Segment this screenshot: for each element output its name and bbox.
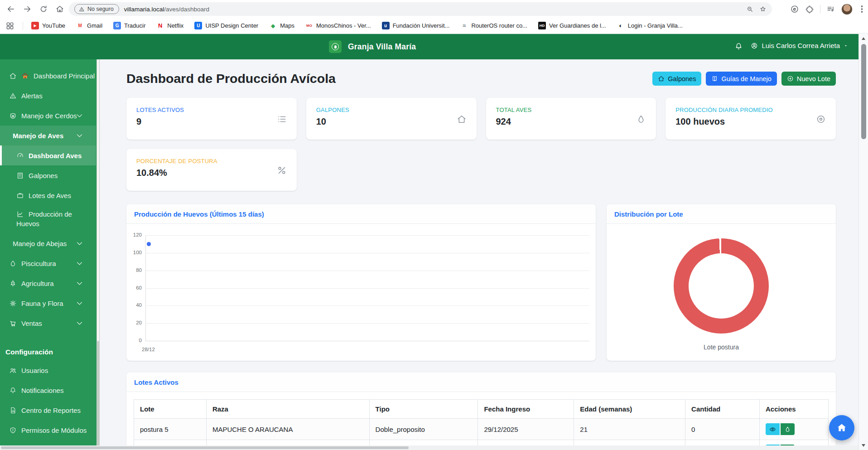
extensions-icon[interactable] <box>805 5 814 14</box>
stat-value: 10.84% <box>136 168 287 178</box>
bookmark-netflix[interactable]: NNetflix <box>156 22 183 29</box>
chevron-down-icon <box>76 280 83 287</box>
netflix-favicon: N <box>156 22 164 29</box>
brand[interactable]: Granja Villa María <box>329 40 416 53</box>
browser-profile-avatar[interactable] <box>841 4 853 15</box>
sidebar-item-galpones[interactable]: Galpones <box>0 165 96 185</box>
sidebar-item-alertas[interactable]: Alertas <box>0 86 96 106</box>
stat-card-porcentaje-postura: PORCENTAJE DE POSTURA 10.84% <box>126 149 297 191</box>
horizontal-scrollbar-thumb[interactable] <box>1 446 409 449</box>
bookmark-routeros[interactable]: ≈RouterOS router co... <box>460 22 527 29</box>
sidebar-scrollbar-thumb[interactable] <box>97 59 99 341</box>
sidebar-item-usuarios[interactable]: Usuarios <box>0 360 96 380</box>
report-file-icon <box>9 406 17 414</box>
gmail-favicon: M <box>76 22 84 29</box>
hd-favicon: HD <box>538 22 546 29</box>
stat-card-lotes-activos: LOTES ACTIVOS 9 <box>126 98 297 140</box>
column-header: Edad (semanas) <box>574 400 685 419</box>
bookmark-maps[interactable]: ◆Maps <box>269 22 294 29</box>
scroll-up-icon[interactable] <box>862 37 865 40</box>
bookmark-gmail[interactable]: MGmail <box>76 22 102 29</box>
notifications-bell-icon[interactable] <box>734 42 743 51</box>
apps-grid-icon[interactable] <box>5 21 14 30</box>
site-security-chip[interactable]: No seguro <box>74 4 119 14</box>
media-panel-icon[interactable] <box>826 5 835 14</box>
bookmark-guardianes[interactable]: HDVer Guardianes de l... <box>538 22 606 29</box>
nuevo-lote-button[interactable]: Nuevo Lote <box>781 72 836 86</box>
bookmark-star-icon[interactable] <box>759 5 767 13</box>
guias-manejo-button[interactable]: Guías de Manejo <box>706 72 776 86</box>
line-chart-icon <box>16 210 24 218</box>
sidebar-item-permisos-modulos[interactable]: Permisos de Módulos <box>0 420 96 440</box>
chevron-down-icon <box>76 260 83 267</box>
data-point[interactable] <box>147 242 151 246</box>
sidebar-item-piscicultura[interactable]: Piscicultura <box>0 253 96 273</box>
egg-record-button[interactable] <box>781 423 795 435</box>
url-text: villamaria.local/aves/dashboard <box>124 6 209 13</box>
sidebar-item-produccion-huevos[interactable]: Producción de Huevos <box>0 205 96 233</box>
y-tick-label: 120 <box>126 232 142 237</box>
alert-triangle-icon <box>9 92 17 100</box>
y-tick-label: 60 <box>126 285 142 290</box>
sidebar-item-centro-reportes[interactable]: Centro de Reportes <box>0 400 96 420</box>
page-title: Dashboard de Producción Avícola <box>126 71 336 86</box>
gridline <box>145 253 589 253</box>
bell-icon <box>9 387 17 394</box>
user-menu[interactable]: Luis Carlos Correa Arrieta <box>751 42 848 49</box>
sidebar-item-manejo-aves[interactable]: Manejo de Aves <box>0 126 96 145</box>
doughnut-chart: Lote postura <box>607 224 836 360</box>
column-header: Lote <box>134 400 207 419</box>
sidebar-item-dashboard-aves[interactable]: Dashboard Aves <box>0 145 96 165</box>
sidebar-item-notificaciones[interactable]: Notificaciones <box>0 380 96 400</box>
y-tick-label: 20 <box>126 320 142 325</box>
bookmark-fundacion[interactable]: uFundación Universit... <box>382 22 450 29</box>
address-bar[interactable]: No seguro villamaria.local/aves/dashboar… <box>69 2 772 16</box>
forward-button[interactable] <box>23 5 32 14</box>
home-icon <box>836 422 847 433</box>
home-fab-button[interactable] <box>829 415 854 440</box>
bookmark-uisp[interactable]: UUISP Design Center <box>194 22 258 29</box>
scroll-down-icon[interactable] <box>862 444 865 447</box>
droplet-icon <box>9 260 17 267</box>
bookmark-youtube[interactable]: ▶YouTube <box>31 22 65 29</box>
bookmark-login-granja[interactable]: ◐Login - Granja Villa... <box>617 22 683 29</box>
extension-badge-icon[interactable] <box>790 5 799 14</box>
vertical-scrollbar[interactable] <box>858 34 868 450</box>
horizontal-scrollbar[interactable] <box>0 445 858 450</box>
vertical-scrollbar-thumb[interactable] <box>861 44 866 139</box>
browser-home-button[interactable] <box>55 5 64 14</box>
view-lot-button[interactable] <box>766 423 780 435</box>
reload-button[interactable] <box>39 5 48 14</box>
shield-icon <box>9 426 17 434</box>
column-header: Acciones <box>760 400 829 419</box>
table-row: recria-jose mapuche Doble_proposito 03/1… <box>134 440 829 446</box>
box-icon <box>16 192 24 199</box>
sidebar-item-dashboard-principal[interactable]: Dashboard Principal <box>0 66 96 86</box>
not-secure-warning-icon <box>79 6 85 12</box>
security-label: No seguro <box>87 6 114 12</box>
stat-value: 924 <box>496 116 646 127</box>
stat-card-galpones: GALPONES 10 <box>306 98 477 140</box>
sidebar-item-agricultura[interactable]: Agricultura <box>0 273 96 293</box>
sidebar-item-lotes-aves[interactable]: Lotes de Aves <box>0 185 96 205</box>
sidebar-item-backup-restauracion[interactable]: Backup y Restauración <box>0 440 96 445</box>
gridline <box>145 288 589 289</box>
stat-card-produccion-diaria: PRODUCCIÓN DIARIA PROMEDIO 100 huevos <box>665 98 836 140</box>
back-button[interactable] <box>6 5 15 14</box>
sidebar-scrollbar[interactable] <box>96 59 100 445</box>
speedometer-icon <box>16 152 24 160</box>
table-row: postura 5 MAPUCHE O ARAUCANA Doble_propo… <box>134 419 829 440</box>
zoom-icon[interactable] <box>746 5 753 13</box>
sidebar-item-fauna-flora[interactable]: Fauna y Flora <box>0 293 96 313</box>
sidebar-item-manejo-abejas[interactable]: Manejo de Abejas <box>0 233 96 253</box>
stat-value: 100 huevos <box>675 116 826 127</box>
galpones-button[interactable]: Galpones <box>652 72 701 86</box>
sidebar-item-manejo-cerdos[interactable]: Manejo de Cerdos <box>0 106 96 126</box>
bookmark-traducir[interactable]: GTraducir <box>113 22 145 29</box>
sidebar-item-ventas[interactable]: Ventas <box>0 313 96 333</box>
bookmark-monoschinos[interactable]: MOMonosChinos - Ver... <box>305 22 371 29</box>
browser-menu-icon[interactable] <box>858 5 865 13</box>
browser-window: No seguro villamaria.local/aves/dashboar… <box>0 0 868 450</box>
plus-circle-icon <box>787 75 794 82</box>
doughnut-legend-label[interactable]: Lote postura <box>607 344 836 351</box>
